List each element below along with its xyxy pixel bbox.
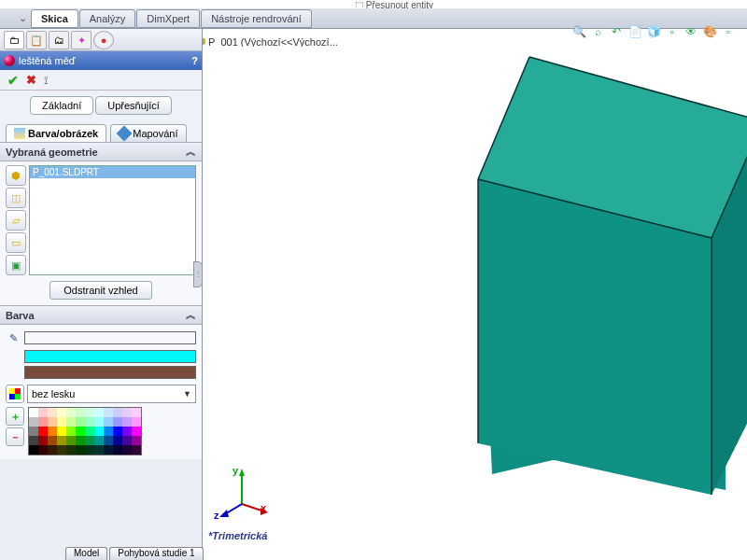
palette-swatch[interactable] [104,436,113,445]
prev-view-icon[interactable]: ↶ [609,24,624,39]
tab-skica[interactable]: Skica [31,9,78,28]
filter-part-button[interactable]: ⬢ [6,165,26,186]
hide-show-icon[interactable]: 👁 [684,24,698,39]
pin-button[interactable]: ⟟ [44,74,48,87]
feature-manager-tab-icon[interactable]: 🗀 [4,31,24,49]
section-view-icon[interactable]: 📄 [627,24,642,39]
tab-render-tools[interactable]: Nástroje rendrování [201,9,312,28]
palette-swatch[interactable] [113,445,122,455]
primary-color-swatch[interactable] [24,350,196,363]
filter-surface-button[interactable]: ▱ [6,210,26,231]
palette-swatch[interactable] [29,445,38,455]
palette-swatch[interactable] [66,427,76,436]
ok-button[interactable]: ✔ [7,73,19,88]
palette-swatch[interactable] [76,427,85,436]
palette-swatch[interactable] [85,417,94,427]
tab-advanced[interactable]: Upřesňující [95,96,172,115]
standard-colors-button[interactable] [6,385,24,403]
palette-swatch[interactable] [57,408,66,417]
palette-swatch[interactable] [122,436,132,445]
palette-swatch[interactable] [38,417,48,427]
palette-swatch[interactable] [29,408,38,417]
palette-swatch[interactable] [122,408,132,417]
collapse-chevron-icon[interactable]: ︽ [186,145,196,159]
graphics-viewport[interactable]: y x z *Trimetrická [203,47,747,549]
palette-swatch[interactable] [85,436,94,445]
palette-swatch[interactable] [48,436,57,445]
palette-swatch[interactable] [29,436,38,445]
filter-feature-button[interactable]: ▣ [6,255,26,275]
palette-swatch[interactable] [113,417,122,427]
palette-swatch[interactable] [122,427,132,436]
palette-swatch[interactable] [76,436,85,445]
palette-swatch[interactable] [132,427,141,436]
palette-swatch[interactable] [76,417,85,427]
add-swatch-button[interactable]: ＋ [6,407,24,426]
palette-swatch[interactable] [132,445,141,455]
tree-part-name[interactable]: P_001 (Výchozí<<Výchozí... [208,36,338,48]
palette-swatch[interactable] [85,408,94,417]
palette-swatch[interactable] [57,417,66,427]
palette-swatch[interactable] [38,408,48,417]
tab-dimxpert[interactable]: DimXpert [136,9,200,28]
palette-swatch[interactable] [122,445,132,455]
geometry-list-item[interactable]: P_001.SLDPRT [30,166,195,178]
secondary-color-swatch[interactable] [24,366,196,379]
palette-swatch[interactable] [38,436,48,445]
config-manager-tab-icon[interactable]: 🗂 [49,31,69,49]
color-palette-grid[interactable] [28,407,142,455]
model-cube[interactable] [203,47,747,549]
display-manager-tab-icon[interactable]: ● [93,31,114,49]
palette-swatch[interactable] [38,445,48,455]
filter-face-button[interactable]: ◫ [6,188,26,208]
palette-swatch[interactable] [66,408,76,417]
palette-swatch[interactable] [48,445,57,455]
palette-swatch[interactable] [94,436,104,445]
remove-swatch-button[interactable]: － [6,427,24,446]
scene-icon[interactable]: ▫ [721,24,736,39]
palette-swatch[interactable] [94,445,104,455]
collapse-chevron-icon[interactable]: ︽ [186,308,196,322]
panel-resize-grip[interactable]: ⋮ [193,261,203,287]
palette-swatch[interactable] [122,417,132,427]
display-style-icon[interactable]: ▫ [665,24,680,39]
tab-motion-study[interactable]: Pohybová studie 1 [109,547,203,560]
zoom-fit-icon[interactable]: 🔍 [571,24,586,39]
palette-swatch[interactable] [57,427,66,436]
tab-basic[interactable]: Základní [30,96,93,115]
palette-swatch[interactable] [113,436,122,445]
zoom-area-icon[interactable]: ⌕ [590,24,605,39]
palette-swatch[interactable] [57,436,66,445]
cancel-button[interactable]: ✖ [26,73,36,87]
chevron-down-icon[interactable]: ⌄ [19,12,27,24]
property-manager-tab-icon[interactable]: 📋 [26,31,47,49]
palette-swatch[interactable] [29,417,38,427]
gloss-combo[interactable]: bez lesku ▼ [27,385,196,403]
palette-swatch[interactable] [132,417,141,427]
palette-swatch[interactable] [57,445,66,455]
view-orientation-icon[interactable]: 🧊 [646,24,661,39]
palette-swatch[interactable] [104,427,113,436]
palette-swatch[interactable] [104,445,113,455]
filter-body-button[interactable]: ▭ [6,232,26,253]
palette-swatch[interactable] [113,408,122,417]
palette-swatch[interactable] [132,436,141,445]
help-icon[interactable]: ? [191,55,198,66]
remove-appearance-button[interactable]: Odstranit vzhled [49,281,151,300]
palette-swatch[interactable] [132,408,141,417]
appearance-icon[interactable]: 🎨 [702,24,717,39]
palette-swatch[interactable] [94,427,104,436]
palette-swatch[interactable] [76,408,85,417]
tab-mapping[interactable]: Mapování [110,124,186,142]
orientation-triad[interactable]: y x z [214,465,270,521]
palette-swatch[interactable] [104,408,113,417]
dimxpert-manager-tab-icon[interactable]: ✦ [71,31,92,49]
section-selected-geometry[interactable]: Vybraná geometrie ︽ [0,142,202,161]
palette-swatch[interactable] [104,417,113,427]
geometry-selection-list[interactable]: P_001.SLDPRT [29,165,196,275]
palette-swatch[interactable] [76,445,85,455]
primary-color-swatch[interactable] [24,331,196,344]
palette-swatch[interactable] [66,445,76,455]
palette-swatch[interactable] [29,427,38,436]
palette-swatch[interactable] [113,427,122,436]
